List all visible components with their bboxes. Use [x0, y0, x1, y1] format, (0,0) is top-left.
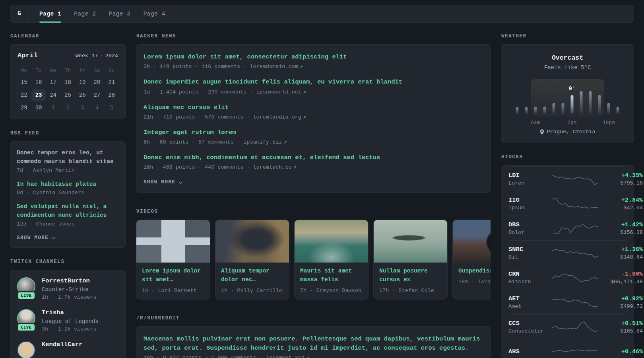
- video-card[interactable]: Lorem ipsum dolor sit amet consectetu… 1…: [136, 220, 210, 300]
- page-tab[interactable]: Page 2: [74, 5, 96, 22]
- stock-sparkline: [551, 270, 599, 285]
- channel-meta: 1h · 1.7k viewers: [42, 294, 97, 300]
- stock-identity: CCS Consectetur: [508, 320, 551, 334]
- video-title[interactable]: Lorem ipsum dolor sit amet consectetu…: [142, 267, 204, 284]
- twitch-channel-info: ForrestBurton Counter-Strike 1h · 1.7k v…: [42, 277, 97, 300]
- stock-row[interactable]: DBS Dolor +1.42% $156.28: [508, 216, 627, 240]
- news-meta: 3h · 148 points · 116 comments · loremdo…: [144, 63, 483, 70]
- videos-widget: VIDEOS Lorem ipsum dolor sit amet consec…: [136, 209, 491, 300]
- rss-show-more-button[interactable]: SHOW MORE: [17, 235, 54, 241]
- news-item: Aliquam nec cursus elit 21h · 710 points…: [144, 103, 483, 120]
- video-title[interactable]: Nullam posuere cursus ex: [379, 267, 442, 284]
- post-title-link[interactable]: Maecenas mollis pulvinar erat non posuer…: [144, 335, 483, 353]
- video-card-body: Nullam posuere cursus ex 17h · Stefan Co…: [374, 263, 447, 299]
- stock-identity: LDI Lorem: [508, 172, 551, 186]
- calendar-day-cell: 19: [75, 76, 90, 89]
- weather-hour-slot: [595, 79, 604, 117]
- video-title[interactable]: Mauris sit amet massa felis: [300, 267, 363, 284]
- weather-bar-holder: [604, 91, 613, 114]
- calendar-day-cell: 15: [17, 76, 31, 89]
- hackernews-card: Lorem ipsum dolor sit amet, consectetur …: [136, 44, 491, 193]
- channel-name[interactable]: KendallCarr: [42, 341, 82, 348]
- twitch-channel-info: KendallCarr: [42, 341, 82, 358]
- video-title[interactable]: Aliquam tempor dolor nec pharetra…: [221, 267, 283, 284]
- show-more-label: SHOW MORE: [17, 235, 48, 241]
- external-link-icon: ↗: [303, 89, 306, 95]
- videos-row: Lorem ipsum dolor sit amet consectetu… 1…: [136, 220, 491, 300]
- calendar-day-cell: 23: [31, 89, 46, 101]
- stock-row[interactable]: SNRC Sit +1.36% $148.64: [508, 240, 627, 265]
- dashboard-page: G Page 1 Page 2 Page 3 Page 4 CALENDAR A…: [0, 0, 644, 358]
- post-meta-text: 19h · 9,932 points · 1,090 comments ·: [144, 355, 266, 358]
- stock-row[interactable]: AET Amet +0.92% $499.72: [508, 290, 627, 314]
- video-card[interactable]: Nullam posuere cursus ex 17h · Stefan Co…: [373, 220, 448, 300]
- weather-hour-label: 6am: [531, 120, 540, 126]
- external-link-icon: ↗: [306, 355, 309, 358]
- news-domain-link[interactable]: loremdomain.com: [250, 64, 298, 70]
- hackernews-list: Lorem ipsum dolor sit amet, consectetur …: [144, 53, 483, 170]
- page-tab[interactable]: Page 4: [144, 5, 165, 22]
- weather-hour-slot: [549, 79, 558, 117]
- video-card[interactable]: Mauris sit amet massa felis 7h · Grayson…: [294, 220, 369, 300]
- video-meta: 1h · Lori Barnett: [142, 288, 204, 294]
- stocks-card: LDI Lorem +4.35% $795.18: [501, 165, 634, 358]
- stock-values: -1.00% $66,171.48: [599, 271, 643, 285]
- stock-change: +1.36%: [599, 246, 643, 253]
- stock-row[interactable]: IIG Ipsum +2.84% $42.04: [508, 191, 627, 216]
- stock-name: Ipsum: [508, 205, 551, 211]
- news-item: Integer eget rutrum lorem 6h · 60 points…: [144, 128, 483, 145]
- hackernews-show-more-button[interactable]: SHOW MORE: [144, 179, 181, 185]
- twitch-channel-row[interactable]: LIVE ForrestBurton Counter-Strike 1h · 1…: [17, 277, 119, 300]
- news-meta: 1d · 1,414 points · 299 comments · ipsum…: [144, 89, 483, 95]
- calendar-day-cell: 28: [104, 89, 119, 101]
- weather-chart: 6am: [512, 79, 623, 117]
- news-domain-link[interactable]: ipsumworld.net: [256, 89, 301, 95]
- video-card[interactable]: Suspendisse diam 18h · Tara: [452, 220, 491, 300]
- page-tab[interactable]: Page 1: [39, 5, 61, 22]
- news-domain-link[interactable]: loremtech.co: [253, 164, 291, 170]
- stock-values: +2.84% $42.04: [599, 197, 643, 211]
- stock-row[interactable]: CRN Bitcorn -1.00% $66,171.48: [508, 265, 627, 290]
- news-title-link[interactable]: Donec enim nibh, condimentum et accumsan…: [144, 153, 483, 162]
- calendar-day-header: Th: [60, 66, 75, 76]
- news-title-link[interactable]: Donec imperdiet augue tincidunt felis al…: [144, 78, 483, 87]
- temp-degree: °: [572, 86, 576, 92]
- calendar-day-header: Su: [104, 66, 119, 76]
- video-thumbnail: [295, 220, 368, 263]
- stock-change: +2.84%: [599, 197, 643, 204]
- rss-title-link[interactable]: Sed volutpat nulla nisl, a condimentum n…: [17, 202, 119, 220]
- post-domain-link[interactable]: loremnet.xyz: [266, 355, 305, 358]
- twitch-channel-row[interactable]: LIVE Trisha League of Legends 3h · 1.2k …: [17, 309, 119, 332]
- video-card[interactable]: Aliquam tempor dolor nec pharetra… 1h · …: [215, 220, 289, 300]
- channel-name[interactable]: ForrestBurton: [42, 277, 97, 284]
- app-logo[interactable]: G: [10, 5, 29, 22]
- videos-header: VIDEOS: [136, 209, 491, 214]
- stock-row[interactable]: CCS Consectetur +0.51% $165.84: [508, 314, 627, 339]
- news-title-link[interactable]: Integer eget rutrum lorem: [144, 128, 483, 137]
- channel-name[interactable]: Trisha: [42, 309, 99, 316]
- current-temp-label: 9°: [568, 86, 575, 92]
- temp-value: 9: [568, 86, 572, 92]
- stock-row[interactable]: LDI Lorem +4.35% $795.18: [508, 166, 627, 191]
- news-title-link[interactable]: Lorem ipsum dolor sit amet, consectetur …: [144, 53, 483, 62]
- news-domain-link[interactable]: ipsumify.biz: [243, 139, 282, 145]
- stock-identity: CRN Bitcorn: [508, 270, 551, 285]
- news-meta-text: 16h · 468 points · 440 comments ·: [144, 164, 253, 170]
- external-link-icon: ↗: [283, 139, 287, 145]
- rss-title-link[interactable]: Donec tempor eros leo, ut commodo mauris…: [17, 149, 119, 166]
- stock-row[interactable]: AHS +0.46%: [508, 339, 627, 358]
- rss-meta: 8d · Cynthia Saunders: [17, 190, 119, 196]
- weather-hour-slot: 6am: [531, 79, 540, 117]
- weather-bar: [589, 91, 592, 114]
- weather-bar: [561, 103, 564, 114]
- news-domain-link[interactable]: loremlandia.org: [253, 114, 301, 120]
- video-title[interactable]: Suspendisse diam: [458, 267, 491, 276]
- weather-hour-slot: [540, 79, 549, 117]
- external-link-icon: ↗: [293, 164, 297, 170]
- twitch-channel-row[interactable]: KendallCarr: [17, 341, 119, 358]
- page-tab[interactable]: Page 3: [109, 5, 130, 22]
- rss-title-link[interactable]: In hac habitasse platea: [17, 180, 119, 189]
- weather-hour-slot: [522, 79, 531, 117]
- news-title-link[interactable]: Aliquam nec cursus elit: [144, 103, 483, 112]
- twitch-avatar-wrap: LIVE: [17, 277, 36, 300]
